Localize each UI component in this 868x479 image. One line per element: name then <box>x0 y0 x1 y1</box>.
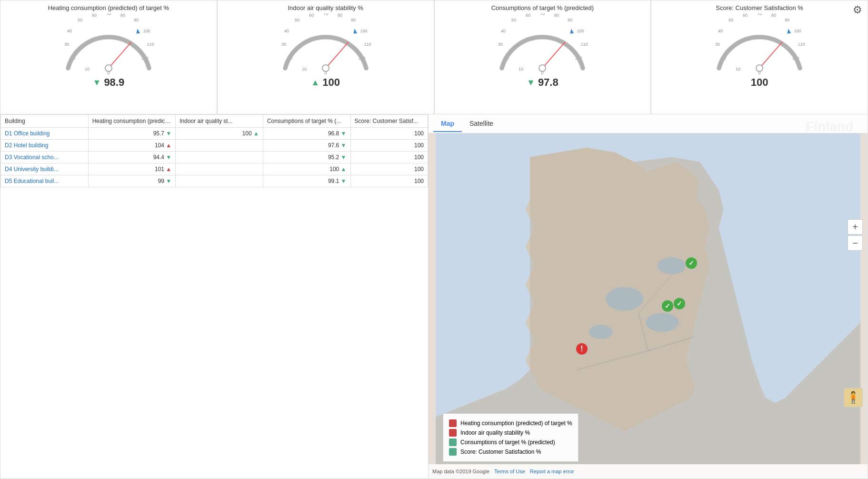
gauge-satisfaction: Score: Customer Satisfaction % 0 10 20 3… <box>651 0 868 114</box>
arrow-icon: ▼ <box>341 142 347 149</box>
svg-point-69 <box>606 287 643 311</box>
svg-text:40: 40 <box>67 29 72 33</box>
building-link[interactable]: D1 Office building <box>5 130 50 137</box>
gear-icon[interactable]: ⚙ <box>853 4 862 16</box>
svg-text:110: 110 <box>581 42 588 47</box>
svg-text:90: 90 <box>785 18 789 22</box>
svg-text:50: 50 <box>511 18 516 22</box>
legend-label-consumption: Consumptions of target % (predicted) <box>460 439 555 446</box>
svg-text:10: 10 <box>302 67 307 71</box>
svg-marker-29 <box>352 29 357 34</box>
map-pin-green-3[interactable]: ✓ <box>686 257 697 269</box>
svg-text:40: 40 <box>284 29 289 33</box>
cell-consumption: 99.1 ▼ <box>263 175 350 187</box>
col-header-heating: Heating consumption (predicted... <box>88 115 176 128</box>
col-header-consumption: Consumptions of target % (... <box>263 115 350 128</box>
zoom-out-button[interactable]: − <box>848 235 863 251</box>
table-row: D2 Hotel building104 ▲97.6 ▼100 <box>1 140 428 152</box>
cell-air <box>176 140 263 152</box>
svg-marker-13 <box>135 29 140 34</box>
svg-text:50: 50 <box>295 18 299 22</box>
gauge-consumption-arrow: ▼ <box>527 78 535 88</box>
gauge-heating-dial: 0 10 20 30 40 50 60 70 80 90 100 110 120 <box>61 13 156 75</box>
gauge-heating: Heating consumption (predicted) of targe… <box>0 0 217 114</box>
svg-point-47 <box>539 65 546 71</box>
svg-text:100: 100 <box>143 29 150 33</box>
cell-heating: 104 ▲ <box>88 140 176 152</box>
svg-text:30: 30 <box>715 42 720 47</box>
svg-point-72 <box>646 313 678 332</box>
map-pin-green-1[interactable]: ✓ <box>662 300 673 312</box>
building-link[interactable]: D3 Vocational scho... <box>5 154 59 161</box>
arrow-icon: ▼ <box>341 178 347 184</box>
svg-line-46 <box>542 42 565 68</box>
cell-building: D4 University buildi... <box>1 163 89 175</box>
table-row: D4 University buildi...101 ▲100 ▲100 <box>1 163 428 175</box>
table-row: D3 Vocational scho...94.4 ▼95.2 ▼100 <box>1 152 428 163</box>
cell-consumption: 100 ▲ <box>263 163 350 175</box>
arrow-icon: ▲ <box>253 130 259 137</box>
building-link[interactable]: D2 Hotel building <box>5 142 48 149</box>
cell-consumption: 95.2 ▼ <box>263 152 350 163</box>
legend-item-air: Indoor air quality stability % <box>449 429 572 437</box>
gauge-airquality-value-row: ▲ 100 <box>311 76 340 89</box>
map-footer: Map data ©2019 Google Terms of Use Repor… <box>429 464 868 479</box>
svg-point-70 <box>658 257 686 275</box>
cell-score: 100 <box>350 152 428 163</box>
settings-area: ⚙ <box>853 4 862 16</box>
arrow-icon: ▼ <box>166 154 171 161</box>
svg-text:90: 90 <box>568 18 572 22</box>
cell-score: 100 <box>350 175 428 187</box>
legend-item-consumption: Consumptions of target % (predicted) <box>449 438 572 446</box>
cell-building: D5 Educational buil... <box>1 175 89 187</box>
svg-text:70: 70 <box>106 13 111 16</box>
svg-point-31 <box>322 65 329 71</box>
svg-text:30: 30 <box>498 42 503 47</box>
cell-building: D1 Office building <box>1 128 89 140</box>
cell-air <box>176 163 263 175</box>
gauge-satisfaction-value: 100 <box>751 76 768 89</box>
streetview-icon[interactable]: 🧍 <box>844 388 863 407</box>
building-link[interactable]: D4 University buildi... <box>5 166 59 173</box>
map-pin-green-2[interactable]: ✓ <box>674 298 685 309</box>
cell-air <box>176 152 263 163</box>
tab-map[interactable]: Map <box>433 116 462 132</box>
gauge-satisfaction-title: Score: Customer Satisfaction % <box>716 4 803 11</box>
map-legend: Heating consumption (predicted) of targe… <box>443 413 579 462</box>
svg-text:40: 40 <box>718 29 723 33</box>
svg-marker-45 <box>569 29 574 34</box>
svg-text:110: 110 <box>147 42 154 47</box>
cell-heating: 94.4 ▼ <box>88 152 176 163</box>
building-link[interactable]: D5 Educational buil... <box>5 178 59 184</box>
gauge-satisfaction-dial: 0 10 20 30 40 50 60 70 80 90 100 110 120 <box>712 13 807 75</box>
map-report-link[interactable]: Report a map error <box>530 469 574 474</box>
svg-text:10: 10 <box>519 67 523 71</box>
legend-color-consumption <box>449 438 457 446</box>
legend-label-air: Indoor air quality stability % <box>460 429 530 436</box>
svg-text:50: 50 <box>78 18 82 22</box>
cell-consumption: 97.6 ▼ <box>263 140 350 152</box>
svg-text:110: 110 <box>798 42 805 47</box>
arrow-icon: ▼ <box>166 178 171 184</box>
gauges-row: Heating consumption (predicted) of targe… <box>0 0 868 114</box>
table-area: Building Heating consumption (predicted.… <box>0 114 429 479</box>
zoom-in-button[interactable]: + <box>848 219 863 234</box>
svg-text:40: 40 <box>501 29 506 33</box>
legend-label-score: Score: Customer Satisfaction % <box>460 448 541 455</box>
col-header-air: Indoor air quality st... <box>176 115 263 128</box>
svg-text:10: 10 <box>85 67 90 71</box>
tab-satellite[interactable]: Satellite <box>462 116 501 132</box>
gauge-airquality-value: 100 <box>322 76 340 89</box>
svg-text:50: 50 <box>728 18 733 22</box>
cell-score: 100 <box>350 140 428 152</box>
gauge-airquality-dial: 0 10 20 30 40 50 60 70 80 90 100 110 120 <box>278 13 373 75</box>
gauge-satisfaction-value-row: 100 <box>751 76 768 89</box>
svg-text:70: 70 <box>323 13 328 16</box>
legend-color-heating <box>449 419 457 427</box>
svg-text:70: 70 <box>540 13 545 16</box>
map-pin-exclaim[interactable]: ! <box>576 343 588 355</box>
map-terms-link[interactable]: Terms of Use <box>494 469 525 474</box>
cell-building: D3 Vocational scho... <box>1 152 89 163</box>
map-area: Map Satellite Finland ! ✓ ✓ ✓ <box>429 114 868 479</box>
cell-score: 100 <box>350 163 428 175</box>
